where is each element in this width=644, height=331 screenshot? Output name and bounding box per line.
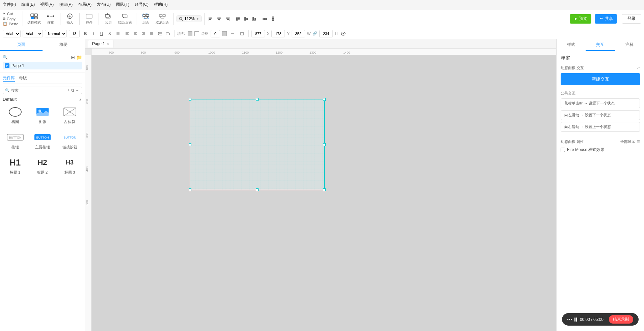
align-right-button[interactable] (223, 15, 231, 23)
handle-bot-mid[interactable] (256, 188, 259, 191)
copy-button[interactable]: ⧉ Copy (3, 17, 16, 21)
record-pause-button[interactable] (574, 318, 577, 322)
comp-h2[interactable]: H2 标题 2 (30, 154, 55, 177)
visibility-toggle[interactable] (340, 30, 347, 37)
tab-pages[interactable]: 页面 (0, 39, 43, 51)
panel-expand-icon[interactable]: ⤢ (637, 66, 640, 70)
bold-button[interactable]: B (82, 30, 89, 37)
menu-publish[interactable]: 发布(U) (97, 2, 111, 7)
page-tab-close-icon[interactable]: ✕ (106, 42, 109, 46)
border-width-input[interactable] (211, 30, 220, 37)
folder-button[interactable]: 📁 (76, 55, 82, 60)
comp-link-button[interactable]: BUTTON 链接按钮 (57, 129, 82, 152)
border-position-button[interactable] (238, 30, 246, 37)
fill-color-swatch2[interactable] (194, 31, 199, 36)
tab-style[interactable]: 样式 (557, 39, 586, 51)
comp-h3[interactable]: H3 标题 3 (57, 154, 82, 177)
style-dropdown[interactable]: Arial (3, 30, 21, 37)
font-family-dropdown[interactable]: Arial (23, 30, 43, 37)
tab-outline[interactable]: 概要 (43, 39, 85, 51)
comp-placeholder[interactable]: 占位符 (57, 104, 82, 126)
fire-mouse-checkbox[interactable] (561, 148, 565, 152)
text-align-right-button[interactable] (140, 30, 147, 37)
handle-mid-right[interactable] (323, 143, 326, 146)
list-button[interactable] (114, 30, 122, 37)
x-input[interactable] (251, 30, 265, 37)
interaction-item-1[interactable]: 向左滑动 → 设置下一个状态 (561, 110, 640, 120)
connect-button[interactable]: 连接 (44, 13, 57, 25)
canvas-background[interactable] (92, 55, 556, 331)
tab-interaction[interactable]: 交互 (586, 39, 615, 51)
letter-spacing-button[interactable] (164, 30, 171, 37)
font-style-dropdown[interactable]: Normal (45, 30, 67, 37)
align-center-h-button[interactable] (215, 15, 223, 23)
handle-top-left[interactable] (189, 98, 191, 101)
comp-copy-button[interactable]: ⧉ (71, 88, 74, 93)
align-middle-v-button[interactable] (242, 15, 250, 23)
distribute-v-button[interactable] (269, 15, 277, 23)
add-page-button[interactable]: ⊞ (71, 55, 75, 60)
comp-h1[interactable]: H1 标题 1 (3, 154, 27, 177)
selected-frame[interactable] (190, 99, 325, 190)
menu-layout[interactable]: 布局(A) (78, 2, 91, 7)
font-size-input[interactable] (69, 30, 80, 37)
layer-button[interactable]: 层层/后退 (116, 13, 133, 25)
italic-button[interactable]: I (90, 30, 97, 37)
new-interaction-button[interactable]: 新建交互 (561, 73, 640, 85)
tab-notes[interactable]: 注释 (615, 39, 644, 51)
handle-top-mid[interactable] (256, 98, 259, 101)
menu-project[interactable]: 项目(P) (59, 2, 73, 7)
ungroup-button[interactable]: 取消组合 (154, 13, 171, 25)
comp-primary-button[interactable]: BUTTON 主要按钮 (30, 129, 55, 152)
page-1-item[interactable]: P Page 1 (3, 62, 82, 69)
w-input[interactable] (292, 30, 305, 37)
control-button[interactable]: 控件 (82, 13, 96, 25)
fill-color-swatch[interactable] (188, 31, 192, 36)
record-end-button[interactable]: 结束录制 (609, 315, 633, 324)
menu-file[interactable]: 文件(F) (3, 2, 16, 7)
page-1-tab[interactable]: Page 1 ✕ (88, 40, 113, 48)
menu-view[interactable]: 视图(V) (40, 2, 54, 7)
border-color-swatch[interactable] (222, 31, 227, 36)
comp-more-button[interactable]: ⋯ (76, 88, 80, 93)
underline-button[interactable]: U (98, 30, 105, 37)
handle-mid-left[interactable] (189, 143, 191, 146)
menu-account[interactable]: 账号(C) (135, 2, 149, 7)
comp-ellipse[interactable]: 椭圆 (3, 104, 27, 126)
y-input[interactable] (271, 30, 285, 37)
cut-button[interactable]: ✂ Cut (3, 11, 13, 16)
align-bottom-button[interactable] (250, 15, 258, 23)
handle-bot-right[interactable] (323, 188, 326, 191)
text-align-justify-button[interactable] (148, 30, 155, 37)
align-top-button[interactable] (234, 15, 242, 23)
paste-button[interactable]: 📋 Paste (3, 22, 18, 26)
comp-tab-library[interactable]: 元件库 (3, 75, 15, 82)
menu-help[interactable]: 帮助(H) (154, 2, 168, 7)
menu-team[interactable]: 团队(T) (116, 2, 129, 7)
select-mode-button[interactable]: 选择模式 (26, 13, 43, 25)
group-button[interactable]: 组合 (139, 13, 153, 25)
strikethrough-button[interactable]: S̶ (106, 30, 113, 37)
top-layer-button[interactable]: 顶层 (102, 13, 115, 25)
lock-ratio-button[interactable]: 🔗 (313, 31, 317, 36)
line-height-button[interactable] (156, 30, 163, 37)
distribute-h-button[interactable] (261, 15, 269, 23)
interaction-item-2[interactable]: 向右滑动 → 设置上一个状态 (561, 122, 640, 132)
comp-tab-master[interactable]: 母版 (19, 75, 27, 82)
handle-bot-left[interactable] (189, 188, 191, 191)
comp-image[interactable]: 图像 (30, 104, 55, 126)
comp-button[interactable]: BUTTON 按钮 (3, 129, 27, 152)
panel-menu-icon[interactable]: ☰ (637, 140, 640, 144)
comp-add-button[interactable]: + (68, 88, 70, 93)
preview-button[interactable]: 预览 (570, 14, 591, 24)
text-align-center-button[interactable] (132, 30, 139, 37)
zoom-control[interactable]: 112% ▼ (177, 16, 202, 22)
align-left-button[interactable] (207, 15, 215, 23)
border-style-button[interactable] (229, 30, 236, 37)
text-align-left-button[interactable] (124, 30, 131, 37)
comp-search-input[interactable] (11, 88, 66, 92)
interaction-item-0[interactable]: 鼠标单击时 → 设置下一个状态 (561, 98, 640, 108)
insert-button[interactable]: 插入 (63, 13, 77, 25)
menu-edit[interactable]: 编辑(E) (21, 2, 35, 7)
handle-top-right[interactable] (323, 98, 326, 101)
